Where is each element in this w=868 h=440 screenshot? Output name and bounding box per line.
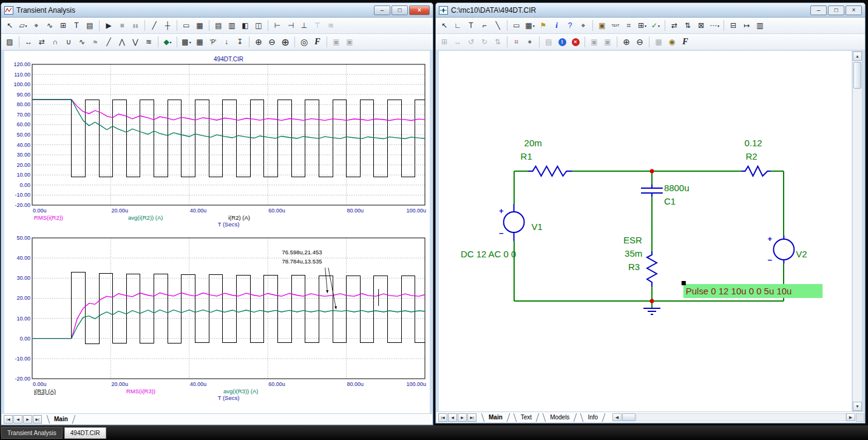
check-dropdown[interactable]: ✓▾ (649, 19, 662, 32)
line-tool[interactable]: ╲ (492, 19, 504, 32)
vline-pane-icon[interactable]: ▥ (226, 19, 238, 32)
sheet-tab-models[interactable]: Models (544, 413, 575, 422)
selection-handle[interactable] (682, 281, 686, 285)
waveform-icon[interactable]: ∿ (44, 19, 56, 32)
panel-icon[interactable]: ▥ (754, 19, 766, 32)
info-circle-icon[interactable]: ! (556, 36, 568, 48)
split-icon[interactable]: ⊟ (727, 19, 739, 32)
curve-select-dropdown[interactable]: ◆▾ (161, 36, 174, 48)
hline-pane-icon[interactable]: ▤ (212, 19, 225, 32)
nav-button-1[interactable]: ◀ (448, 413, 457, 422)
legend-item[interactable]: avg(i(R3)) (A) (223, 388, 259, 394)
schematic-labels[interactable]: 20m R1 0.12 R2 8800u C1 ESR 35m R3 V1 DC… (461, 138, 807, 272)
component-icon[interactable]: ▭ (510, 19, 523, 32)
close-button[interactable]: × (409, 5, 430, 15)
single-pane-icon[interactable]: ▭ (180, 19, 192, 32)
minimize-button[interactable]: – (374, 5, 390, 15)
scro ll-left-button[interactable]: ◀ (612, 413, 622, 421)
step-icon[interactable]: ⇄ (668, 19, 680, 32)
component-dropdown[interactable]: ▦▾ (524, 19, 536, 32)
help-ring-icon[interactable]: ◉ (666, 36, 678, 48)
resize-corner[interactable] (856, 413, 864, 422)
clipboard-icon[interactable]: ▤ (84, 19, 96, 32)
cursor-right-icon[interactable]: ⊣ (285, 19, 297, 32)
go-to-y-icon[interactable]: ↧ (234, 36, 246, 48)
zoom-in-icon[interactable]: ⊕ (253, 36, 265, 48)
graphics-dropdown[interactable]: ▱▾ (17, 19, 29, 32)
nav-button-2[interactable]: ▶ (458, 413, 467, 422)
titlebar[interactable]: C:\mc10\DATA\494DT.CIR – □ × (436, 3, 865, 18)
vertical-scrollbar[interactable]: ▲ ▼ (852, 51, 863, 411)
nav-button-0[interactable]: |◀ (438, 413, 447, 422)
slope-icon[interactable]: ╱ (103, 36, 115, 48)
info-tool[interactable]: i (551, 19, 563, 32)
expand-x-icon[interactable]: ↔ (22, 36, 35, 48)
valley-icon[interactable]: ∪ (63, 36, 75, 48)
nav-button-1[interactable]: ◀ (13, 415, 22, 424)
help-tool[interactable]: ? (564, 19, 576, 32)
taskbar-item-494dt-cir[interactable]: 494DT.CIR (64, 427, 106, 439)
grid-dropdown[interactable]: ▩▾ (180, 36, 192, 48)
scroll-down-button[interactable]: ▼ (853, 402, 862, 411)
numeric-grid-icon[interactable]: ▦ (194, 36, 206, 48)
close-button[interactable]: × (846, 5, 862, 15)
find-icon[interactable]: ⌖ (524, 36, 536, 48)
formula-icon[interactable]: F (311, 36, 324, 48)
scroll-up-button[interactable]: ▲ (853, 52, 862, 61)
top-icon[interactable]: ⋀ (116, 36, 128, 48)
web-icon[interactable]: ◎ (298, 36, 310, 48)
ortho-tool[interactable]: ⌐ (478, 19, 490, 32)
nav-button-3[interactable]: ▶| (33, 415, 42, 424)
cycle-icon[interactable]: ≋ (143, 36, 155, 48)
flip-icon[interactable]: ⇅ (682, 19, 694, 32)
select-arrow[interactable]: ↖ (438, 19, 450, 32)
taskbar-item-transient-analysis[interactable]: Transient Analysis (1, 427, 63, 439)
maximize-button[interactable]: □ (392, 5, 408, 15)
run-button[interactable]: ▶ (103, 19, 115, 32)
legend-item[interactable]: RMS(i(R3)) (126, 388, 155, 394)
pan-x-icon[interactable]: ⇄ (36, 36, 48, 48)
scroll-thumb[interactable] (853, 62, 861, 89)
schematic-page[interactable]: + − + − Pulse 0 12 10u 0 0 5u 10u 20m R1… (439, 51, 852, 411)
bottom-icon[interactable]: ⋁ (129, 36, 141, 48)
dots-dropdown[interactable]: ⋯▾ (708, 19, 721, 32)
nav-button-2[interactable]: ▶ (23, 415, 32, 424)
legend-item[interactable]: i(R2) (A) (228, 214, 250, 221)
line-tool[interactable]: ╱ (148, 19, 160, 32)
legend-item[interactable]: avg(i(R2)) (A) (128, 214, 163, 221)
legend-item[interactable]: i(R3) (A) (34, 388, 56, 394)
point-probe-icon[interactable]: ⌖ (577, 19, 589, 32)
sheet-tab-main[interactable]: Main (483, 413, 509, 422)
text-tool[interactable]: T (70, 19, 83, 32)
zoom-out-icon[interactable]: ⊖ (634, 36, 646, 48)
text-stencil-icon[interactable]: TEXT (609, 19, 622, 32)
envelope-icon[interactable]: ≈ (89, 36, 101, 48)
properties-icon[interactable]: ▨ (4, 36, 16, 48)
peak-icon[interactable]: ∩ (49, 36, 61, 48)
v2-pulse-value[interactable]: Pulse 0 12 10u 0 0 5u 10u (686, 286, 792, 296)
p-key-icon[interactable]: 'P' (207, 36, 219, 48)
crosshair-tool[interactable]: ┼ (161, 19, 174, 32)
maximize-button[interactable]: □ (828, 5, 844, 15)
select-arrow[interactable]: ↖ (4, 19, 16, 32)
browse-icon[interactable]: ▣ (596, 19, 608, 32)
sheet-tab-info[interactable]: Info (581, 413, 604, 422)
error-circle-icon[interactable]: × (569, 36, 581, 48)
scroll-thumb[interactable] (622, 413, 636, 421)
scroll-track[interactable] (636, 413, 846, 421)
formula-icon[interactable]: F (679, 36, 691, 48)
flag-tool[interactable]: ⚑ (537, 19, 549, 32)
sheet-tab-text[interactable]: Text (515, 413, 538, 422)
nav-button-3[interactable]: ▶| (467, 413, 476, 422)
attribute-icon[interactable]: ⌗ (623, 19, 635, 32)
limits-icon[interactable]: ⊞ (57, 19, 69, 32)
sheet-tab-main[interactable]: Main (48, 415, 74, 424)
go-to-x-icon[interactable]: ↓ (220, 36, 232, 48)
titlebar[interactable]: Transient Analysis – □ × (1, 3, 433, 18)
tools-icon[interactable]: ⌗ (510, 36, 523, 48)
split-left-icon[interactable]: ◧ (239, 19, 251, 32)
minimize-button[interactable]: – (810, 5, 827, 15)
grid-pane-icon[interactable]: ▦ (194, 19, 206, 32)
nav-button-0[interactable]: |◀ (4, 415, 13, 424)
wire-tool[interactable]: ∟ (452, 19, 464, 32)
